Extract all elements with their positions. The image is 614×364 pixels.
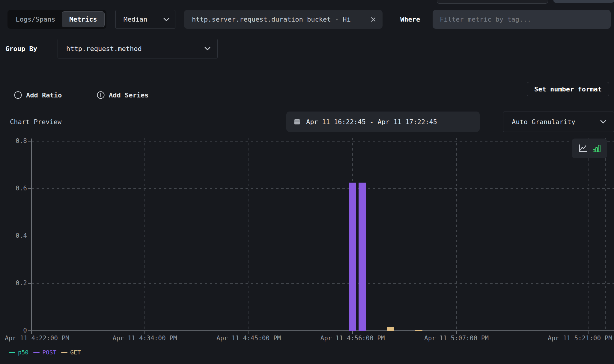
chart-preview-title: Chart Preview (10, 112, 61, 132)
calendar-icon (294, 118, 301, 125)
y-tick (28, 236, 31, 236)
x-tick (352, 331, 353, 334)
v-gridline (352, 138, 353, 331)
x-tick (145, 331, 145, 334)
aggregation-select[interactable]: Median (115, 10, 175, 29)
date-range-picker[interactable]: Apr 11 16:22:45 - Apr 11 17:22:45 (286, 112, 480, 132)
y-tick (28, 283, 31, 284)
legend-dash-icon (61, 352, 67, 353)
metric-chip-label: http.server.request.duration_bucket - Hi (192, 16, 351, 23)
tab-logs-spans-label: Logs/Spans (16, 16, 55, 23)
partial-button-top[interactable] (553, 0, 614, 3)
v-gridline (456, 138, 457, 331)
filter-metric-input[interactable] (433, 10, 611, 29)
v-gridline (589, 138, 589, 331)
add-series-button[interactable]: Add Series (97, 88, 148, 102)
x-tick (589, 331, 589, 334)
tab-metrics-label: Metrics (69, 16, 97, 23)
legend-dash-icon (9, 352, 15, 353)
bar-POST (359, 183, 366, 331)
group-by-value: http.request.method (66, 45, 142, 52)
bar-POST (349, 183, 356, 331)
v-gridline (145, 138, 145, 331)
close-icon[interactable] (370, 16, 377, 23)
legend-item-p50[interactable]: p50 (9, 349, 28, 356)
chevron-down-icon (163, 17, 170, 22)
x-axis-label: Apr 11 5:21:00 PM (540, 335, 612, 342)
y-axis-label: 0 (4, 327, 27, 334)
x-axis-label: Apr 11 4:56:00 PM (317, 335, 389, 342)
x-axis-label: Apr 11 5:07:00 PM (421, 335, 493, 342)
bar-GET (387, 327, 394, 331)
y-axis-label: 0.2 (4, 279, 27, 287)
partial-input-top[interactable] (437, 0, 548, 4)
x-axis-label: Apr 11 4:45:00 PM (213, 335, 285, 342)
x-tick (31, 331, 32, 334)
group-by-label: Group By (5, 39, 37, 58)
add-series-label: Add Series (109, 91, 148, 99)
h-gridline (31, 283, 614, 284)
x-axis-line (31, 330, 614, 331)
tab-logs-spans[interactable]: Logs/Spans (9, 10, 62, 29)
chart-legend: p50POSTGET (9, 347, 81, 357)
metric-chip[interactable]: http.server.request.duration_bucket - Hi (184, 10, 383, 29)
y-tick (28, 188, 31, 189)
set-number-format-button[interactable]: Set number format (527, 82, 609, 96)
plus-circle-icon (97, 91, 105, 99)
h-gridline (31, 188, 614, 189)
x-tick (456, 331, 457, 334)
y-axis-label: 0.4 (4, 232, 27, 239)
y-axis-line (31, 139, 32, 331)
y-tick (28, 330, 31, 331)
set-number-format-label: Set number format (534, 85, 602, 93)
v-gridline (249, 138, 249, 331)
bar-GET (415, 330, 422, 331)
x-axis-label: Apr 11 4:34:00 PM (109, 335, 181, 342)
bar-chart-icon[interactable] (592, 144, 601, 153)
date-range-value: Apr 11 16:22:45 - Apr 11 17:22:45 (306, 118, 437, 126)
y-tick (28, 141, 31, 142)
legend-dash-icon (33, 352, 40, 353)
x-tick (249, 331, 249, 334)
granularity-value: Auto Granularity (512, 118, 575, 126)
section-divider (0, 72, 614, 72)
add-ratio-button[interactable]: Add Ratio (14, 88, 62, 102)
aggregation-value: Median (124, 16, 147, 23)
add-ratio-label: Add Ratio (26, 91, 62, 99)
tab-metrics[interactable]: Metrics (62, 11, 105, 27)
legend-item-GET[interactable]: GET (61, 349, 81, 356)
chart-type-toggle (572, 139, 607, 158)
range-end-gridline (605, 138, 606, 331)
x-axis-label: Apr 11 4:22:00 PM (5, 335, 77, 342)
plus-circle-icon (14, 91, 22, 99)
legend-label: POST (42, 349, 56, 356)
legend-label: p50 (18, 349, 28, 356)
h-gridline (31, 236, 614, 236)
chevron-down-icon (600, 120, 607, 124)
y-axis-label: 0.6 (4, 185, 27, 192)
granularity-select[interactable]: Auto Granularity (503, 112, 614, 132)
legend-label: GET (70, 349, 81, 356)
group-by-select[interactable]: http.request.method (58, 39, 218, 58)
y-axis-label: 0.8 (4, 137, 27, 145)
h-gridline (31, 141, 614, 142)
where-label: Where (400, 10, 420, 29)
chevron-down-icon (204, 46, 211, 51)
legend-item-POST[interactable]: POST (33, 349, 56, 356)
line-chart-icon[interactable] (578, 144, 588, 153)
source-toggle: Logs/Spans Metrics (7, 10, 106, 29)
